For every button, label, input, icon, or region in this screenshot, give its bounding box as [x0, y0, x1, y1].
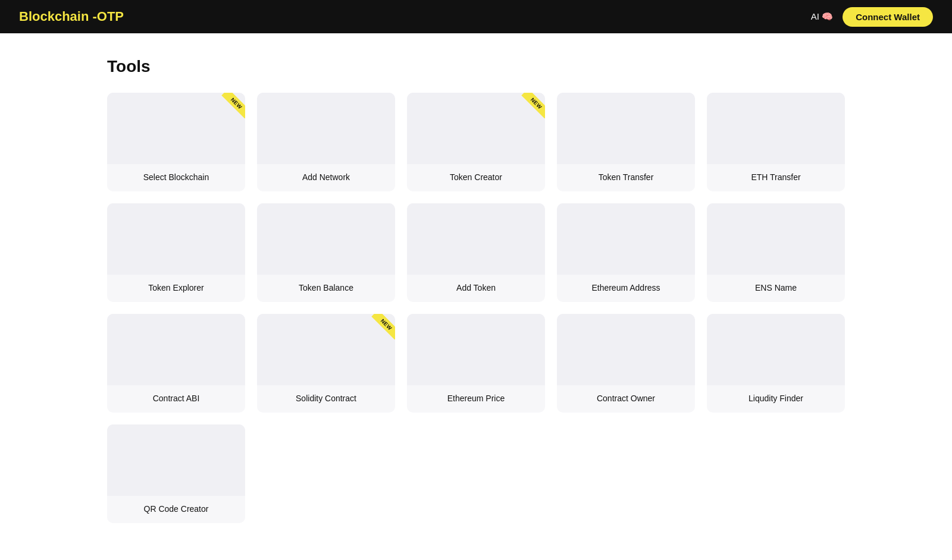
- tool-card-image-token-transfer: [557, 93, 695, 164]
- navbar: Blockchain -OTP AI 🧠 Connect Wallet: [0, 0, 952, 33]
- tool-card-label-select-blockchain: Select Blockchain: [107, 164, 245, 191]
- tool-card-image-ethereum-address: [557, 203, 695, 275]
- tool-card-select-blockchain[interactable]: Select Blockchain: [107, 93, 245, 191]
- tool-card-label-token-creator: Token Creator: [407, 164, 545, 191]
- tool-card-image-add-network: [257, 93, 395, 164]
- tool-card-ethereum-address[interactable]: Ethereum Address: [557, 203, 695, 302]
- tool-card-token-transfer[interactable]: Token Transfer: [557, 93, 695, 191]
- tool-card-label-ethereum-price: Ethereum Price: [407, 385, 545, 413]
- tool-card-liquidity-finder[interactable]: Liqudity Finder: [707, 314, 845, 413]
- tool-card-image-contract-owner: [557, 314, 695, 385]
- tool-card-image-solidity-contract: [257, 314, 395, 385]
- tool-card-eth-transfer[interactable]: ETH Transfer: [707, 93, 845, 191]
- tool-card-label-ethereum-address: Ethereum Address: [557, 275, 695, 302]
- brand-highlight: OTP: [97, 9, 124, 24]
- tool-card-image-contract-abi: [107, 314, 245, 385]
- tool-card-label-token-transfer: Token Transfer: [557, 164, 695, 191]
- tool-card-add-network[interactable]: Add Network: [257, 93, 395, 191]
- tool-card-qr-code-creator[interactable]: QR Code Creator: [107, 424, 245, 523]
- brand-text-main: Blockchain -: [19, 9, 97, 24]
- tool-card-label-solidity-contract: Solidity Contract: [257, 385, 395, 413]
- tool-card-image-qr-code-creator: [107, 424, 245, 496]
- tool-card-image-liquidity-finder: [707, 314, 845, 385]
- tool-card-label-token-explorer: Token Explorer: [107, 275, 245, 302]
- tool-card-image-ethereum-price: [407, 314, 545, 385]
- tool-card-image-add-token: [407, 203, 545, 275]
- tool-card-label-eth-transfer: ETH Transfer: [707, 164, 845, 191]
- page-title: Tools: [107, 57, 845, 76]
- tool-card-token-explorer[interactable]: Token Explorer: [107, 203, 245, 302]
- tool-card-label-liquidity-finder: Liqudity Finder: [707, 385, 845, 413]
- tool-card-ethereum-price[interactable]: Ethereum Price: [407, 314, 545, 413]
- tool-card-image-token-creator: [407, 93, 545, 164]
- connect-wallet-button[interactable]: Connect Wallet: [843, 7, 933, 27]
- ai-label: AI 🧠: [811, 11, 833, 22]
- tool-card-image-ens-name: [707, 203, 845, 275]
- tool-card-image-token-explorer: [107, 203, 245, 275]
- tool-card-label-token-balance: Token Balance: [257, 275, 395, 302]
- tool-card-label-contract-abi: Contract ABI: [107, 385, 245, 413]
- tool-card-add-token[interactable]: Add Token: [407, 203, 545, 302]
- tool-card-label-qr-code-creator: QR Code Creator: [107, 496, 245, 523]
- tool-card-image-eth-transfer: [707, 93, 845, 164]
- tool-card-ens-name[interactable]: ENS Name: [707, 203, 845, 302]
- tool-card-token-balance[interactable]: Token Balance: [257, 203, 395, 302]
- brand-logo: Blockchain -OTP: [19, 9, 124, 24]
- tool-card-label-contract-owner: Contract Owner: [557, 385, 695, 413]
- main-content: Tools Select BlockchainAdd NetworkToken …: [0, 33, 952, 559]
- tool-card-solidity-contract[interactable]: Solidity Contract: [257, 314, 395, 413]
- tools-grid: Select BlockchainAdd NetworkToken Creato…: [107, 93, 845, 523]
- tool-card-token-creator[interactable]: Token Creator: [407, 93, 545, 191]
- tool-card-label-ens-name: ENS Name: [707, 275, 845, 302]
- tool-card-image-select-blockchain: [107, 93, 245, 164]
- tool-card-contract-abi[interactable]: Contract ABI: [107, 314, 245, 413]
- navbar-right: AI 🧠 Connect Wallet: [811, 7, 933, 27]
- tool-card-image-token-balance: [257, 203, 395, 275]
- tool-card-label-add-network: Add Network: [257, 164, 395, 191]
- tool-card-label-add-token: Add Token: [407, 275, 545, 302]
- tool-card-contract-owner[interactable]: Contract Owner: [557, 314, 695, 413]
